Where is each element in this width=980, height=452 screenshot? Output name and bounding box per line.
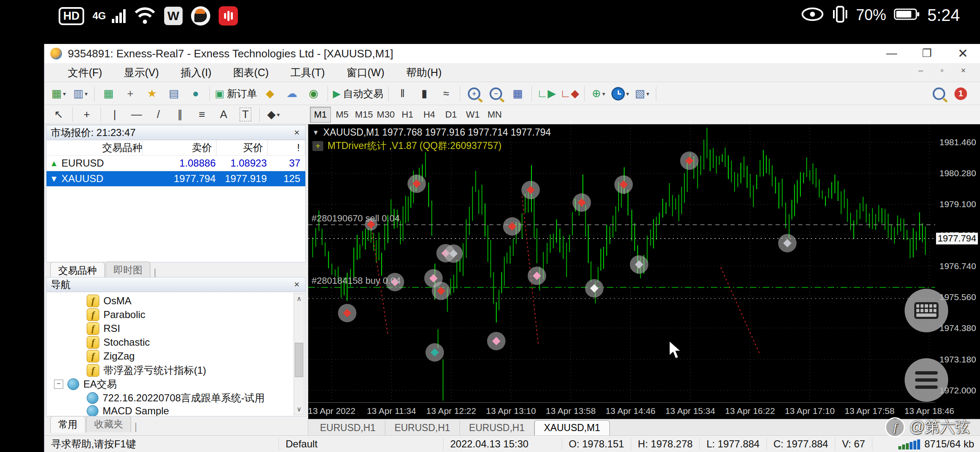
market-watch-close-icon[interactable]: ×	[292, 127, 301, 138]
timeframe-m5[interactable]: M5	[332, 107, 353, 123]
column-header-c-spr[interactable]: !	[268, 140, 305, 155]
timeframe-d1[interactable]: D1	[441, 107, 462, 123]
menu-item-4[interactable]: 工具(T)	[280, 63, 336, 82]
navigator-toggle-button[interactable]: ★	[141, 85, 163, 103]
navigator-item-2[interactable]: fRSI	[87, 322, 120, 335]
scroll-up-icon[interactable]: ∧	[294, 293, 304, 304]
navigator-close-icon[interactable]: ×	[292, 279, 301, 290]
scroll-thumb[interactable]	[295, 343, 303, 377]
status-profile[interactable]: Default	[279, 438, 444, 450]
menu-item-3[interactable]: 图表(C)	[222, 63, 280, 82]
cursor-tool-button[interactable]: ↖	[48, 106, 70, 123]
price-chart[interactable]: ▼ XAUUSD,M1 1977.768 1977.916 1977.714 1…	[308, 124, 936, 402]
navigator-tab-0[interactable]: 常用	[50, 416, 85, 433]
market-watch-toggle-button[interactable]: ▦	[98, 85, 119, 103]
market-watch-tab-0[interactable]: 交易品种	[50, 262, 105, 279]
profiles-dropdown-icon[interactable]: ▾	[85, 90, 88, 97]
terminal-toggle-button[interactable]: ▤	[163, 85, 185, 103]
chart-canvas[interactable]	[308, 124, 935, 402]
hamburger-menu-icon	[915, 371, 938, 389]
fibonacci-tool-button[interactable]: ≡	[191, 106, 213, 123]
new-order-button[interactable]: ▣新订单	[213, 85, 259, 103]
candlestick-mode-button[interactable]: ▮	[413, 85, 435, 103]
timeframe-m15[interactable]: M15	[353, 107, 374, 123]
floating-menu-button[interactable]	[905, 358, 948, 402]
timeframe-h1[interactable]: H1	[397, 107, 418, 123]
horizontal-line-tool-button[interactable]: —	[126, 106, 147, 123]
text-tool-button[interactable]: A	[213, 106, 235, 123]
text-label-tool-button[interactable]: T	[235, 106, 256, 123]
search-button[interactable]	[928, 85, 950, 103]
trendline-tool-button[interactable]: /	[147, 106, 169, 123]
arrows-dropdown-icon[interactable]: ▾	[277, 111, 280, 118]
minimize-button[interactable]: —	[879, 44, 905, 63]
scroll-down-icon[interactable]: ∨	[294, 404, 304, 415]
menu-item-0[interactable]: 文件(F)	[57, 63, 113, 82]
templates-button[interactable]: ▧▾	[631, 85, 653, 103]
navigator-item-1[interactable]: fParabolic	[87, 308, 145, 321]
floating-keyboard-button[interactable]	[905, 289, 948, 332]
chart-tab-1[interactable]: EURUSD,H1	[385, 421, 460, 435]
profiles-button[interactable]: ▥▾	[70, 85, 91, 103]
navigator-item-0[interactable]: fOsMA	[87, 295, 132, 307]
arrows-tool-button[interactable]: ◆▾	[263, 106, 284, 123]
news-button[interactable]: ◉	[303, 85, 325, 103]
zoom-out-button[interactable]: −	[485, 85, 507, 103]
new-chart-dropdown-icon[interactable]: ▾	[63, 90, 66, 97]
chart-tab-0[interactable]: EURUSD,H1	[311, 421, 385, 435]
navigator-item-6[interactable]: −EA交易	[54, 378, 117, 391]
auto-scroll-button[interactable]: ∟▶	[535, 85, 558, 103]
column-header-c-bid[interactable]: 卖价	[143, 140, 217, 155]
data-window-button[interactable]: +	[119, 85, 141, 103]
indicators-list-dropdown-icon[interactable]: ▾	[602, 90, 605, 97]
navigator-item-7[interactable]: 722.16.20220708言成跟单系统-试用	[87, 391, 265, 405]
timeframe-m1[interactable]: M1	[310, 107, 331, 123]
chart-shift-button[interactable]: ∟◆	[558, 85, 581, 103]
navigator-item-8[interactable]: MACD Sample	[87, 405, 169, 416]
strategy-tester-button[interactable]: ●	[185, 85, 206, 103]
indicators-list-button[interactable]: ⊕▾	[588, 85, 609, 103]
symbol-row-EURUSD[interactable]: ▲EURUSD1.088861.0892337	[46, 156, 305, 171]
timeframe-h4[interactable]: H4	[419, 107, 440, 123]
timeframe-mn[interactable]: MN	[484, 107, 505, 123]
autotrading-button[interactable]: ▶自动交易	[331, 85, 385, 103]
menu-item-1[interactable]: 显示(V)	[113, 63, 170, 82]
timeframe-w1[interactable]: W1	[462, 107, 483, 123]
periods-dropdown-icon[interactable]: ▾	[626, 90, 629, 97]
crosshair-tool-button[interactable]: +	[76, 106, 98, 123]
community-button[interactable]: ☁	[281, 85, 303, 103]
timeframe-m30[interactable]: M30	[375, 107, 396, 123]
collapse-triangle-icon[interactable]: ▼	[312, 129, 319, 136]
menu-item-2[interactable]: 插入(I)	[170, 63, 222, 82]
navigator-item-5[interactable]: f带浮盈浮亏统计指标(1)	[87, 364, 206, 377]
metaeditor-button[interactable]: ◆	[259, 85, 281, 103]
navigator-tab-1[interactable]: 收藏夹	[86, 416, 131, 432]
column-header-c-ask[interactable]: 买价	[217, 140, 268, 155]
menu-item-6[interactable]: 帮助(H)	[395, 63, 453, 82]
market-watch-tab-1[interactable]: 即时图	[106, 262, 150, 278]
tree-collapse-icon[interactable]: −	[54, 380, 63, 389]
templates-dropdown-icon[interactable]: ▾	[646, 90, 649, 97]
vertical-line-tool-button[interactable]: |	[104, 106, 126, 123]
zoom-in-button[interactable]: +	[463, 85, 485, 103]
close-button[interactable]: ✕	[950, 44, 976, 63]
periods-button[interactable]: ▾	[609, 85, 631, 103]
column-header-c-sym[interactable]: 交易品种	[46, 140, 143, 155]
symbol-row-XAUUSD[interactable]: ▼XAUUSD1977.7941977.919125	[46, 171, 305, 187]
chart-tab-3[interactable]: XAUUSD,M1	[534, 420, 610, 435]
menu-item-5[interactable]: 窗口(W)	[336, 63, 395, 82]
navigator-scrollbar[interactable]: ∧ ∨	[294, 293, 304, 415]
notification-badge-icon: 1	[954, 87, 967, 100]
chart-tab-2[interactable]: EURUSD,H1	[460, 421, 534, 435]
navigator-item-3[interactable]: fStochastic	[87, 336, 150, 349]
navigator-item-4[interactable]: fZigZag	[87, 350, 135, 362]
equidistant-channel-tool-button[interactable]: ∥	[169, 106, 191, 123]
line-chart-mode-button[interactable]: ≈	[435, 85, 457, 103]
bar-chart-mode-button[interactable]: ‖	[392, 85, 413, 103]
tile-windows-button[interactable]: ▦	[507, 85, 529, 103]
notifications-button[interactable]: 1	[950, 85, 972, 103]
expand-plus-icon[interactable]: +	[312, 141, 323, 151]
maximize-button[interactable]: ❐	[914, 44, 940, 63]
mdi-child-controls[interactable]: – ▫ ×	[918, 66, 973, 75]
new-chart-button[interactable]: ▦▾	[48, 85, 70, 103]
